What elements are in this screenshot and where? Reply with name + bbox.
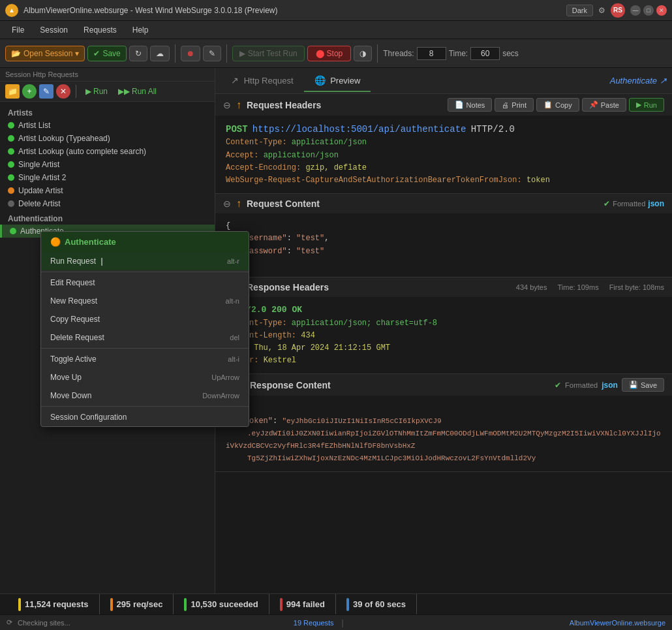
resp-size: 434 bytes [516, 283, 547, 291]
save-icon: 💾 [629, 381, 638, 389]
cloud-button[interactable]: ☁ [150, 46, 170, 61]
authenticate-link[interactable]: Authenticate ↗ [610, 76, 667, 86]
formatted-label: Formatted [613, 200, 645, 208]
http-version: HTTP/2.0 [471, 124, 515, 134]
run-all-button[interactable]: ▶▶ Run All [114, 86, 160, 97]
sidebar-add-button[interactable]: + [22, 84, 37, 99]
sidebar-item-single-artist-2[interactable]: Single Artist 2 [0, 171, 215, 184]
copy-button[interactable]: 📋 Copy [536, 98, 579, 112]
notes-button[interactable]: 📄 Notes [448, 98, 493, 112]
sidebar-item-artist-lookup-typeahead[interactable]: Artist Lookup (Typeahead) [0, 132, 215, 145]
resp-header-cl: Content-Length: 434 [226, 330, 662, 342]
ctx-run-request[interactable]: Run Request | alt-r [41, 252, 249, 270]
request-content-title: Request Content [247, 198, 598, 209]
section-artists: Artists [0, 104, 215, 119]
theme-button[interactable]: Dark [566, 5, 593, 16]
ctx-new-label: New Request [50, 296, 97, 306]
close-button[interactable]: ✕ [656, 5, 667, 16]
threads-input[interactable] [417, 47, 446, 60]
collapse-icon[interactable]: ⊖ [223, 100, 231, 110]
sidebar-edit-button[interactable]: ✎ [39, 84, 53, 99]
time-label: Time: [449, 49, 468, 58]
activity-button[interactable]: ◑ [354, 46, 372, 61]
sidebar-sep [76, 85, 76, 98]
status-dot [8, 200, 14, 207]
app-icon: ▲ [5, 4, 18, 17]
status-dot [8, 161, 14, 168]
ctx-copy-request[interactable]: Copy Request [41, 310, 249, 328]
ctx-delete-label: Delete Request [50, 333, 104, 342]
run-request-button[interactable]: ▶ Run [629, 98, 664, 112]
request-headers-title: Request Headers [247, 100, 442, 110]
http-request-line: POST https://localhost:5001/api/authenti… [226, 122, 662, 136]
titlebar: ▲ AlbumViewerOnline.websurge - West Wind… [0, 0, 672, 21]
play-icon: ▶ [239, 49, 245, 58]
response-content-body: { "token": "eyJhbGci0iJIUzI1NiIsInR5cCI6… [215, 396, 672, 471]
authenticate-link-label: Authenticate [610, 76, 657, 86]
save-button[interactable]: ✔ Save [87, 46, 126, 61]
header-websurge: WebSurge-Request-CaptureAndSetAuthorizat… [226, 174, 662, 187]
start-test-button[interactable]: ▶ Start Test Run [232, 46, 305, 61]
minimize-button[interactable]: — [630, 5, 641, 16]
sidebar-item-update-artist[interactable]: Update Artist [0, 184, 215, 197]
maximize-button[interactable]: □ [643, 5, 654, 16]
menu-help[interactable]: Help [126, 23, 155, 37]
record-button[interactable]: ⏺ [181, 46, 200, 61]
failed-count: 994 failed [286, 599, 325, 609]
resp-header-server: Server: Kestrel [226, 354, 662, 367]
sidebar-item-delete-artist[interactable]: Delete Artist [0, 197, 215, 210]
run-button[interactable]: ▶ Run [82, 86, 112, 97]
open-session-button[interactable]: 📂 Open Session ▾ [5, 46, 85, 61]
stop-label: Stop [327, 49, 343, 58]
ctx-session-config[interactable]: Session Configuration [41, 408, 249, 426]
avatar: RS [611, 3, 625, 18]
token-line-2: .eyJzdWIi0iJ0ZXN0IiwianRpIjoiZGVlOTNhMmI… [226, 430, 661, 450]
ctx-sep-2 [41, 348, 249, 349]
paste-button[interactable]: 📌 Paste [582, 98, 626, 112]
menu-session[interactable]: Session [33, 23, 74, 37]
edit-button[interactable]: ✎ [203, 46, 221, 61]
tab-http-request[interactable]: ↗ Http Request [221, 70, 304, 92]
sidebar-item-single-artist[interactable]: Single Artist [0, 158, 215, 171]
copy-label: Copy [555, 101, 572, 109]
ctx-new-shortcut: alt-n [226, 297, 239, 305]
save-label: Save [102, 49, 120, 58]
status-dot [10, 228, 16, 234]
menu-icon: 🟠 [50, 237, 61, 247]
copy-icon: 📋 [543, 101, 553, 109]
menu-requests[interactable]: Requests [77, 23, 123, 37]
session-label: AlbumViewerOnline.websurge [570, 619, 665, 627]
run-label: Run [93, 87, 108, 96]
statusbar: 11,524 requests 295 req/sec 10,530 sucee… [0, 593, 672, 614]
refresh-button[interactable]: ↻ [129, 46, 147, 61]
paste-icon: 📌 [589, 101, 598, 109]
toolbar-divider-2 [226, 44, 227, 63]
time-input[interactable] [470, 47, 500, 60]
ctx-toggle-active[interactable]: Toggle Active alt-i [41, 350, 249, 368]
response-content-header: ⊖ ⬇ Response Content ✔ Formatted json 💾 … [215, 374, 672, 396]
edit-icon: ✎ [209, 49, 215, 58]
gear-icon[interactable]: ⚙ [598, 6, 605, 15]
sep: | [342, 618, 344, 627]
succeeded-indicator [184, 598, 187, 611]
ctx-move-up[interactable]: Move Up UpArrow [41, 368, 249, 386]
bottom-bar: ⟳ Checking sites... 19 Requests | AlbumV… [0, 614, 672, 630]
tab-preview[interactable]: 🌐 Preview [304, 70, 371, 92]
sidebar-item-artist-lookup-auto[interactable]: Artist Lookup (auto complete search) [0, 145, 215, 158]
stop-button[interactable]: ⬤ Stop [307, 46, 352, 61]
ctx-move-down[interactable]: Move Down DownArrow [41, 386, 249, 405]
menu-file[interactable]: File [5, 23, 31, 37]
collapse-icon-2[interactable]: ⊖ [223, 198, 231, 209]
sidebar-item-artist-list[interactable]: Artist List [0, 119, 215, 132]
tab-http-request-label: Http Request [244, 76, 294, 86]
print-button[interactable]: 🖨 Print [495, 98, 534, 112]
ctx-delete-request[interactable]: Delete Request del [41, 328, 249, 347]
response-save-button[interactable]: 💾 Save [622, 378, 664, 392]
ctx-edit-request[interactable]: Edit Request [41, 274, 249, 292]
request-headers-section: ⊖ ↑ Request Headers 📄 Notes 🖨 Print [215, 94, 672, 194]
stop-icon: ⬤ [316, 49, 324, 58]
sidebar-delete-button[interactable]: ✕ [56, 84, 70, 99]
sidebar-folder-icon[interactable]: 📁 [5, 84, 20, 99]
ctx-new-request[interactable]: New Request alt-n [41, 292, 249, 310]
run-icon: ▶ [636, 101, 641, 109]
